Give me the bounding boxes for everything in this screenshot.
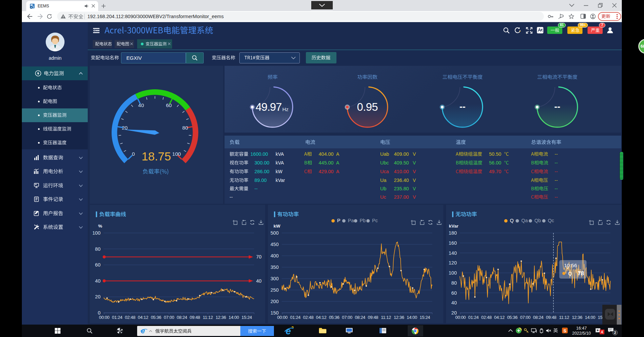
svg-text:0: 0 xyxy=(132,151,135,157)
svg-text:04:12: 04:12 xyxy=(494,315,505,320)
svg-text:11:12: 11:12 xyxy=(559,315,569,320)
svg-text:11:12: 11:12 xyxy=(381,315,391,320)
svg-text:40: 40 xyxy=(95,278,100,284)
svg-text:02:48: 02:48 xyxy=(125,315,135,320)
svg-text:450: 450 xyxy=(271,242,279,247)
svg-text:350: 350 xyxy=(271,264,279,270)
svg-text:e: e xyxy=(141,327,145,335)
svg-text:100: 100 xyxy=(172,151,181,157)
svg-text:05:36: 05:36 xyxy=(151,315,161,320)
svg-text:01:24: 01:24 xyxy=(112,315,122,320)
svg-text:250: 250 xyxy=(271,287,279,293)
svg-text:08:24: 08:24 xyxy=(177,315,187,320)
svg-text:05:36: 05:36 xyxy=(329,315,339,320)
svg-text:100: 100 xyxy=(92,230,100,236)
svg-text:08:24: 08:24 xyxy=(355,315,365,320)
svg-text:12:36: 12:36 xyxy=(572,315,582,320)
svg-text:60: 60 xyxy=(166,102,172,108)
svg-text:200: 200 xyxy=(271,299,279,304)
svg-text:80: 80 xyxy=(451,280,457,286)
svg-text:12:36: 12:36 xyxy=(394,315,404,320)
svg-text:07:00: 07:00 xyxy=(342,315,352,320)
svg-text:140: 140 xyxy=(449,250,457,256)
svg-text:01:24: 01:24 xyxy=(468,315,479,320)
svg-text:e: e xyxy=(286,326,291,336)
svg-text:02:48: 02:48 xyxy=(481,315,492,320)
svg-text:180: 180 xyxy=(449,230,457,236)
svg-text:15:24: 15:24 xyxy=(241,315,252,320)
svg-text:400: 400 xyxy=(271,253,279,258)
svg-text:12:36: 12:36 xyxy=(215,315,226,320)
svg-text:300: 300 xyxy=(271,276,279,281)
svg-text:14:00: 14:00 xyxy=(229,315,239,320)
svg-text:60: 60 xyxy=(95,262,100,268)
svg-text:11:12: 11:12 xyxy=(203,315,213,320)
svg-text:14:00: 14:00 xyxy=(407,315,417,320)
svg-text:100: 100 xyxy=(449,270,457,276)
svg-text:04:12: 04:12 xyxy=(138,315,148,320)
svg-text:40: 40 xyxy=(451,300,457,305)
svg-text:120: 120 xyxy=(449,260,457,266)
svg-text:07:00: 07:00 xyxy=(520,315,530,320)
svg-text:09:48: 09:48 xyxy=(190,315,200,320)
svg-text:04:12: 04:12 xyxy=(316,315,326,320)
svg-text:40: 40 xyxy=(256,278,261,284)
svg-text:09:48: 09:48 xyxy=(368,315,378,320)
svg-text:60: 60 xyxy=(451,290,457,296)
svg-text:00:00: 00:00 xyxy=(277,315,287,320)
svg-text:05:36: 05:36 xyxy=(507,315,518,320)
svg-text:14:00: 14:00 xyxy=(585,315,595,320)
svg-text:00:00: 00:00 xyxy=(99,315,109,320)
svg-text:07:00: 07:00 xyxy=(164,315,174,320)
svg-text:500: 500 xyxy=(271,230,279,236)
svg-text:02:48: 02:48 xyxy=(303,315,314,320)
svg-text:00:00: 00:00 xyxy=(455,315,466,320)
svg-text:20: 20 xyxy=(95,294,100,299)
svg-text:80: 80 xyxy=(95,246,100,252)
svg-text:160: 160 xyxy=(449,240,457,246)
svg-text:08:24: 08:24 xyxy=(533,315,544,320)
svg-text:09:48: 09:48 xyxy=(546,315,556,320)
svg-text:80: 80 xyxy=(182,125,188,131)
svg-text:15:24: 15:24 xyxy=(419,315,430,320)
svg-text:70: 70 xyxy=(256,254,261,259)
svg-text:01:24: 01:24 xyxy=(290,315,300,320)
svg-text:40: 40 xyxy=(138,102,144,108)
